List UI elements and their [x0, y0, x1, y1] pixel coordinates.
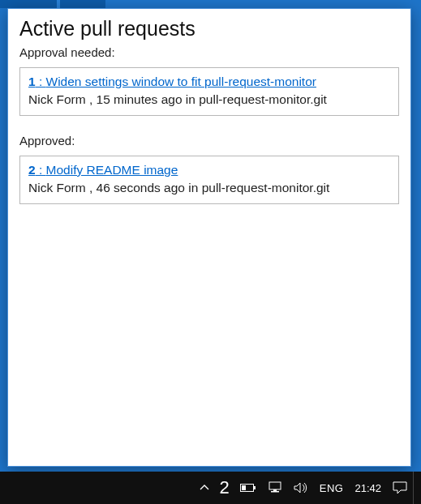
pull-request-time: 15 minutes ago	[97, 92, 183, 106]
pull-request-title-sep: :	[36, 163, 46, 177]
svg-rect-5	[271, 491, 279, 493]
section-label-approval-needed: Approval needed:	[19, 45, 399, 59]
tray-battery[interactable]	[234, 472, 262, 504]
pull-request-repo: pull-request-monitor.git	[199, 92, 327, 106]
pull-request-repo: pull-request-monitor.git	[202, 181, 330, 194]
pull-request-title: Modify README image	[46, 163, 178, 177]
background-window-edge	[0, 0, 105, 8]
svg-rect-3	[269, 482, 281, 489]
pull-request-card: 2 : Modify README image Nick Form , 46 s…	[19, 156, 399, 204]
tray-volume[interactable]	[288, 472, 314, 504]
background-window-edge	[57, 0, 60, 8]
network-icon	[268, 481, 282, 494]
show-desktop-button[interactable]	[413, 472, 418, 504]
pull-request-author: Nick Form	[28, 92, 86, 106]
pull-request-card: 1 : Widen settings window to fit pull-re…	[19, 67, 399, 116]
taskbar: 2 ENG 21:42	[0, 472, 421, 504]
pull-request-title-sep: :	[36, 75, 46, 88]
chevron-up-icon	[200, 483, 209, 493]
tray-clock[interactable]: 21:42	[349, 472, 387, 504]
svg-rect-2	[242, 485, 246, 490]
tray-network[interactable]	[262, 472, 288, 504]
pull-request-number: 1	[28, 75, 36, 88]
pull-request-meta: Nick Form , 15 minutes ago in pull-reque…	[28, 92, 390, 107]
pull-request-link[interactable]: 2 : Modify README image	[28, 163, 178, 177]
speaker-icon	[294, 481, 308, 494]
pull-request-author: Nick Form	[28, 181, 86, 194]
section-label-approved: Approved:	[19, 134, 399, 147]
pull-request-link[interactable]: 1 : Widen settings window to fit pull-re…	[28, 75, 316, 88]
pull-request-time: 46 seconds ago	[97, 181, 185, 194]
tray-action-center[interactable]	[387, 472, 413, 504]
svg-rect-4	[273, 489, 277, 491]
pull-requests-popup: Active pull requests Approval needed: 1 …	[7, 8, 411, 467]
pull-request-title: Widen settings window to fit pull-reques…	[46, 75, 316, 88]
battery-icon	[240, 483, 256, 493]
desktop-background: Active pull requests Approval needed: 1 …	[0, 0, 421, 504]
window-title: Active pull requests	[19, 17, 399, 41]
notification-icon	[393, 481, 407, 494]
pull-request-meta: Nick Form , 46 seconds ago in pull-reque…	[28, 181, 390, 195]
svg-rect-1	[254, 486, 256, 489]
pull-request-number: 2	[28, 163, 36, 177]
tray-overflow-button[interactable]	[194, 472, 215, 504]
tray-language[interactable]: ENG	[314, 472, 350, 504]
tray-app-badge[interactable]: 2	[215, 472, 234, 504]
